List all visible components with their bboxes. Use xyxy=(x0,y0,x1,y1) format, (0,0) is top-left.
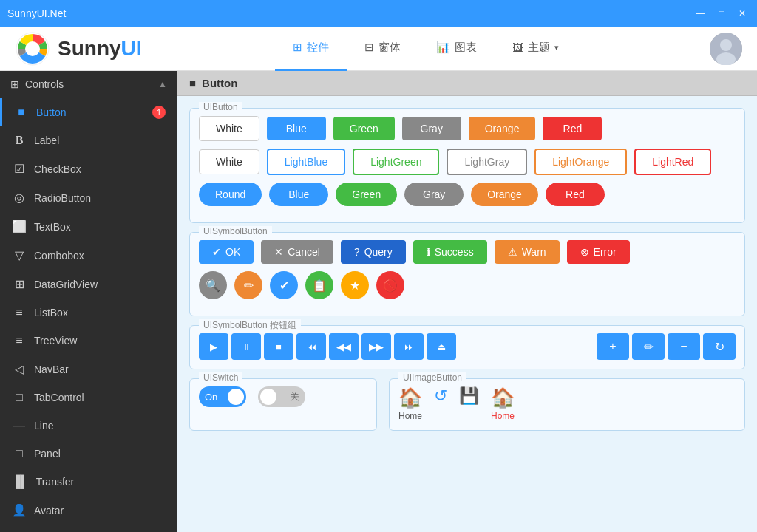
avatar[interactable] xyxy=(710,33,742,65)
btn-edit-action[interactable]: ✏ xyxy=(632,333,665,360)
imgbtn-save[interactable]: 💾 xyxy=(459,386,479,406)
switch-off[interactable]: 关 xyxy=(258,386,305,407)
close-button[interactable]: ✕ xyxy=(735,6,750,21)
btn-green[interactable]: Green xyxy=(333,117,395,140)
btn-query[interactable]: ? Query xyxy=(341,240,406,264)
btn-round-gray[interactable]: Gray xyxy=(404,183,464,206)
imgbtn-home2[interactable]: 🏠 Home xyxy=(491,386,515,421)
sidebar-item-label[interactable]: B Label xyxy=(0,126,177,154)
minimize-button[interactable]: — xyxy=(693,6,708,21)
btn-white[interactable]: White xyxy=(199,116,259,141)
sidebar-item-combobox[interactable]: ▽ Combobox xyxy=(0,241,177,270)
btn-blue[interactable]: Blue xyxy=(267,117,326,140)
image-button-row: 🏠 Home ↺ 💾 🏠 Home xyxy=(398,386,736,421)
grid-icon: ⊞ xyxy=(10,78,19,90)
main-layout: ⊞ Controls ▲ ■ Button 1 B Label ☑ CheckB… xyxy=(0,71,757,532)
tab-controls[interactable]: ⊞ 控件 xyxy=(275,27,347,71)
btn-add[interactable]: + xyxy=(597,333,629,360)
btn-cancel[interactable]: ✕ Cancel xyxy=(261,240,333,264)
sidebar-item-listbox[interactable]: ≡ ListBox xyxy=(0,299,177,327)
imgbtn-refresh[interactable]: ↺ xyxy=(434,386,447,406)
tab-controls-icon: ⊞ xyxy=(293,41,302,54)
btn-round-red[interactable]: Red xyxy=(546,183,605,206)
btn-lightorange[interactable]: LightOrange xyxy=(534,149,627,175)
sidebar-item-button[interactable]: ■ Button 1 xyxy=(0,98,177,126)
imgbtn-home1[interactable]: 🏠 Home xyxy=(398,386,422,421)
btn-fast-forward[interactable]: ▶▶ xyxy=(361,333,391,360)
combobox-icon: ▽ xyxy=(12,248,27,262)
star-icon: ★ xyxy=(350,279,360,293)
sidebar-item-datagridview[interactable]: ⊞ DataGridView xyxy=(0,270,177,299)
btn-star-circle[interactable]: ★ xyxy=(341,271,369,299)
tab-charts-icon: 📊 xyxy=(436,41,450,54)
btn-stop-circle[interactable]: 🚫 xyxy=(376,271,404,299)
btn-warn[interactable]: ⚠ Warn xyxy=(495,240,560,264)
sidebar-item-navbar[interactable]: ◁ NavBar xyxy=(0,355,177,383)
uisymbolbutton-group-section: UISymbolButton 按钮组 ▶ ⏸ ■ ⏮ ◀◀ ▶▶ ⏭ ⏏ + xyxy=(189,325,745,369)
btn-skip-forward[interactable]: ⏭ xyxy=(394,333,424,360)
btn-eject[interactable]: ⏏ xyxy=(427,333,456,360)
page-title: Button xyxy=(202,77,237,89)
sidebar-scroll[interactable]: ■ Button 1 B Label ☑ CheckBox ◎ RadioBut… xyxy=(0,98,177,532)
btn-check-circle[interactable]: ✔ xyxy=(270,271,298,299)
sidebar-item-avatar[interactable]: 👤 Avatar xyxy=(0,496,177,525)
btn-ok[interactable]: ✔ OK xyxy=(199,240,254,264)
switch-container: On 关 xyxy=(199,386,367,407)
btn-edit-circle[interactable]: ✏ xyxy=(234,271,262,299)
btn-lightgray[interactable]: LightGray xyxy=(447,149,527,175)
tab-themes[interactable]: 🖼 主题 ▾ xyxy=(495,27,577,71)
btn-remove[interactable]: − xyxy=(668,333,700,360)
textbox-icon: ⬜ xyxy=(12,219,27,233)
edit-icon: ✏ xyxy=(244,279,254,293)
btn-pause[interactable]: ⏸ xyxy=(231,333,261,360)
btn-orange[interactable]: Orange xyxy=(469,117,536,140)
radiobutton-icon: ◎ xyxy=(12,191,27,205)
btn-rewind[interactable]: ◀◀ xyxy=(329,333,359,360)
sidebar-item-textbox[interactable]: ⬜ TextBox xyxy=(0,212,177,241)
tab-windows[interactable]: ⊟ 窗体 xyxy=(347,27,418,71)
transfer-icon: ▐▌ xyxy=(12,475,29,488)
btn-error[interactable]: ⊗ Error xyxy=(567,240,630,264)
sidebar-item-radiobutton[interactable]: ◎ RadioButton xyxy=(0,183,177,212)
sidebar-item-transfer[interactable]: ▐▌ Transfer xyxy=(0,468,177,496)
info-icon: ℹ xyxy=(427,246,430,258)
sidebar-item-line[interactable]: — Line xyxy=(0,412,177,440)
symbolbutton-row2: 🔍 ✏ ✔ 📋 ★ 🚫 xyxy=(199,271,736,299)
btn-round-orange[interactable]: Orange xyxy=(471,183,538,206)
btn-white-2[interactable]: White xyxy=(199,149,259,174)
btn-lightblue[interactable]: LightBlue xyxy=(267,149,345,175)
btn-search-circle[interactable]: 🔍 xyxy=(199,271,227,299)
sidebar-item-panel[interactable]: □ Panel xyxy=(0,440,177,468)
btn-success[interactable]: ℹ Success xyxy=(413,240,487,264)
checkbox-icon: ☑ xyxy=(12,162,27,176)
listbox-icon: ≡ xyxy=(12,306,27,319)
btn-refresh[interactable]: ↻ xyxy=(703,333,736,360)
btn-round-blue[interactable]: Blue xyxy=(269,183,328,206)
tab-charts[interactable]: 📊 图表 xyxy=(418,27,495,71)
uiimagebutton-section: UIImageButton 🏠 Home ↺ 💾 � xyxy=(389,378,745,431)
button-icon: ■ xyxy=(14,106,29,119)
logo-icon xyxy=(15,31,50,66)
btn-lightred[interactable]: LightRed xyxy=(634,149,711,175)
x-icon: ✕ xyxy=(274,246,283,258)
maximize-button[interactable]: □ xyxy=(714,6,729,21)
btn-skip-back[interactable]: ⏮ xyxy=(296,333,326,360)
check-icon: ✔ xyxy=(212,246,221,258)
uisymbolbutton-section: UISymbolButton ✔ OK ✕ Cancel ? Query xyxy=(189,232,745,316)
content-header: ■ Button xyxy=(177,71,757,96)
sidebar-item-checkbox[interactable]: ☑ CheckBox xyxy=(0,154,177,183)
btn-red[interactable]: Red xyxy=(543,117,602,140)
avatar-image xyxy=(710,33,742,65)
btn-round[interactable]: Round xyxy=(199,183,262,206)
btn-lightgreen[interactable]: LightGreen xyxy=(353,149,439,175)
btn-round-green[interactable]: Green xyxy=(336,183,397,206)
btn-play[interactable]: ▶ xyxy=(199,333,228,360)
switch-on[interactable]: On xyxy=(199,386,246,407)
btn-stop[interactable]: ■ xyxy=(264,333,293,360)
btn-clipboard-circle[interactable]: 📋 xyxy=(305,271,333,299)
scroll-up-arrow[interactable]: ▲ xyxy=(158,79,167,89)
btn-gray[interactable]: Gray xyxy=(402,117,461,140)
stop-icon: 🚫 xyxy=(383,279,398,293)
sidebar-item-treeview[interactable]: ≡ TreeView xyxy=(0,327,177,355)
sidebar-item-tabcontrol[interactable]: □ TabControl xyxy=(0,383,177,412)
